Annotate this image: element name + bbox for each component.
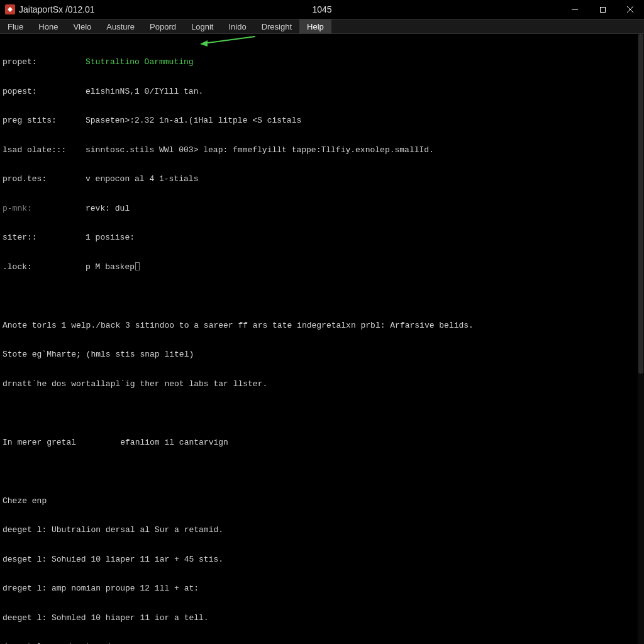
arrow-annotation-icon bbox=[200, 35, 257, 47]
section-line: In merer gretal efanliom il cantarvign bbox=[3, 438, 635, 448]
menu-help[interactable]: Help bbox=[299, 19, 331, 33]
kv-label: lsad olate::: bbox=[3, 145, 86, 155]
kv-row-popest: popest: elishinNS,1 0/IYlll tan. bbox=[3, 87, 635, 97]
kv-row-siter: siter:: 1 posiise: bbox=[3, 233, 635, 243]
titlebar: JaitaportSx /012.01 1045 bbox=[0, 0, 644, 19]
vertical-scrollbar[interactable] bbox=[638, 34, 644, 644]
kv-label: prod.tes: bbox=[3, 174, 86, 184]
minimize-icon bbox=[571, 6, 579, 13]
body-line: drnatt`he dos wortallapl`ig ther neot la… bbox=[3, 379, 635, 389]
kv-value: v enpocon al 4 1-stials bbox=[86, 174, 198, 184]
svg-rect-1 bbox=[600, 7, 605, 12]
svg-marker-5 bbox=[200, 40, 208, 47]
app-title: JaitaportSx /012.01 bbox=[19, 4, 95, 14]
minimize-button[interactable] bbox=[561, 0, 589, 19]
svg-line-4 bbox=[204, 36, 255, 43]
menu-austure[interactable]: Austure bbox=[99, 19, 142, 33]
kv-label: propet: bbox=[3, 57, 86, 67]
menu-popord[interactable]: Popord bbox=[142, 19, 184, 33]
kv-row-lock: .lock: p M baskep bbox=[3, 262, 635, 272]
kv-row-propet: propet: Stutraltino Oarmmuting bbox=[3, 57, 635, 67]
kv-label: p-mnk: bbox=[3, 204, 86, 214]
menu-dresight[interactable]: Dresight bbox=[254, 19, 299, 33]
check-line: desget l: Sohuied 10 liaper 11 iar + 45 … bbox=[3, 555, 635, 565]
check-line: dreget l: amp nomian proupe 12 1ll + at: bbox=[3, 584, 635, 594]
kv-value: revk: dul bbox=[86, 204, 130, 214]
menu-flue[interactable]: Flue bbox=[0, 19, 31, 33]
kv-label: popest: bbox=[3, 87, 86, 97]
kv-value: Stutraltino Oarmmuting bbox=[86, 57, 194, 67]
close-button[interactable] bbox=[616, 0, 644, 19]
maximize-icon bbox=[599, 6, 606, 13]
kv-row-preg-stits: preg stits: Spaseten>:2.32 1n-a1.(iHal l… bbox=[3, 116, 635, 126]
kv-label: preg stits: bbox=[3, 116, 86, 126]
body-line: Anote torls 1 welp./back 3 sitindoo to a… bbox=[3, 321, 635, 331]
menubar: Flue Hone Vlelo Austure Popord Lognit In… bbox=[0, 19, 644, 34]
kv-label: .lock: bbox=[3, 262, 86, 272]
kv-value: 1 posiise: bbox=[86, 233, 135, 243]
app-icon bbox=[5, 4, 15, 14]
check-line: deeget l: Sohmled 10 hiaper 11 ior a tel… bbox=[3, 613, 635, 623]
kv-value: p M baskep bbox=[86, 262, 135, 272]
menu-vlelo[interactable]: Vlelo bbox=[65, 19, 99, 33]
menu-lognit[interactable]: Lognit bbox=[184, 19, 221, 33]
kv-value: Spaseten>:2.32 1n-a1.(iHal litple <S cis… bbox=[86, 116, 301, 126]
check-line: deeget l: Ubutralion dersal al Sur a ret… bbox=[3, 525, 635, 535]
title-center-text: 1045 bbox=[312, 4, 331, 14]
close-icon bbox=[626, 6, 634, 13]
menu-inido[interactable]: Inido bbox=[221, 19, 253, 33]
kv-label: siter:: bbox=[3, 233, 86, 243]
menu-hone[interactable]: Hone bbox=[31, 19, 65, 33]
scrollbar-thumb[interactable] bbox=[638, 34, 643, 374]
cursor-indicator bbox=[135, 262, 140, 270]
body-line: Stote eg`Mharte; (hmls stis snap litel) bbox=[3, 350, 635, 360]
window-controls bbox=[561, 0, 644, 19]
kv-row-pmnk: p-mnk: revk: dul bbox=[3, 204, 635, 214]
kv-row-lsad-olate: lsad olate::: sinntosc.stils WWl 003> le… bbox=[3, 145, 635, 155]
kv-row-prod-tes: prod.tes: v enpocon al 4 1-stials bbox=[3, 174, 635, 184]
kv-value: elishinNS,1 0/IYlll tan. bbox=[86, 87, 203, 97]
check-header: Cheze enp bbox=[3, 496, 635, 506]
kv-value: sinntosc.stils WWl 003> leap: fmmeflyill… bbox=[86, 145, 434, 155]
terminal-output[interactable]: propet: Stutraltino Oarmmuting popest: e… bbox=[0, 34, 638, 644]
maximize-button[interactable] bbox=[589, 0, 616, 19]
